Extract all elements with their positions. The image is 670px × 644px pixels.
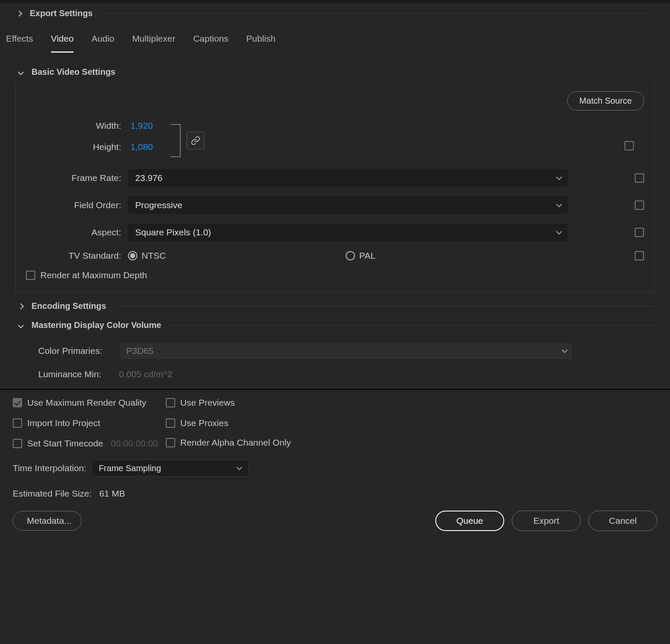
bottom-panel: Use Maximum Render Quality Use Previews … [0,389,670,541]
color-primaries-dropdown[interactable]: P3D65 [119,342,573,360]
tab-multiplexer[interactable]: Multiplexer [132,23,176,53]
aspect-label: Aspect: [26,227,128,237]
color-primaries-label: Color Primaries: [26,346,119,356]
field-order-match-checkbox[interactable] [635,201,644,210]
tab-publish[interactable]: Publish [246,23,275,53]
render-alpha-row[interactable]: Render Alpha Channel Only [166,437,319,449]
field-order-label: Field Order: [26,200,128,210]
luminance-min-label: Luminance Min: [26,369,119,379]
render-max-depth-row[interactable]: Render at Maximum Depth [26,270,644,280]
encoding-settings-header[interactable]: Encoding Settings [15,298,655,317]
height-value[interactable]: 1,080 [128,142,153,152]
set-start-timecode-checkbox[interactable] [13,439,22,448]
metadata-button[interactable]: Metadata... [13,511,82,531]
basic-video-title: Basic Video Settings [31,67,115,77]
use-previews-checkbox[interactable] [166,398,175,407]
mastering-box: Color Primaries: P3D65 Luminance Min: 0.… [15,336,655,379]
mastering-header[interactable]: Mastering Display Color Volume [15,317,655,336]
wh-match-checkbox[interactable] [625,141,634,150]
aspect-match-checkbox[interactable] [635,228,644,237]
frame-rate-dropdown[interactable]: 23.976 [128,169,568,187]
basic-video-header[interactable]: Basic Video Settings [15,64,655,83]
tab-video[interactable]: Video [51,23,74,53]
width-label: Width: [26,121,128,131]
render-alpha-checkbox[interactable] [166,438,175,447]
radio-selected-icon [128,251,137,260]
timecode-value: 00:00:00:00 [111,438,158,449]
use-proxies-checkbox[interactable] [166,418,175,428]
queue-button[interactable]: Queue [435,511,504,531]
use-max-render-checkbox[interactable] [13,398,22,407]
import-into-project-checkbox[interactable] [13,418,22,428]
tv-standard-match-checkbox[interactable] [635,251,644,260]
tv-standard-label: TV Standard: [26,251,128,261]
chevron-down-icon [556,174,562,180]
match-source-button[interactable]: Match Source [567,91,644,110]
tabs-bar: Effects Video Audio Multiplexer Captions… [0,23,670,53]
chevron-down-icon [556,201,562,207]
chevron-down-icon [18,69,24,75]
frame-rate-match-checkbox[interactable] [635,173,644,183]
import-into-project-row[interactable]: Import Into Project [13,418,166,428]
frame-rate-label: Frame Rate: [26,173,128,183]
time-interp-dropdown[interactable]: Frame Sampling [91,460,249,477]
render-max-depth-checkbox[interactable] [26,271,35,280]
tv-ntsc-radio[interactable]: NTSC [128,251,346,261]
export-settings-title: Export Settings [30,8,93,18]
chevron-down-icon [556,229,562,234]
link-bracket [170,124,181,157]
time-interp-label: Time Interpolation: [13,463,86,473]
mastering-title: Mastering Display Color Volume [31,320,161,330]
export-button[interactable]: Export [512,511,581,531]
cancel-button[interactable]: Cancel [588,511,657,531]
est-file-size-value: 61 MB [99,489,125,499]
radio-icon [346,251,355,260]
tv-pal-radio[interactable]: PAL [346,251,375,261]
basic-video-box: Match Source Width: 1,920 Height: 1,080 … [15,83,655,293]
est-file-size-label: Estimated File Size: [13,489,92,499]
tab-captions[interactable]: Captions [193,23,228,53]
luminance-min-value: 0.005 cd/m^2 [119,369,172,379]
set-start-timecode-row[interactable]: Set Start Timecode 00:00:00:00 [13,438,166,449]
chevron-down-icon [18,322,24,328]
link-dimensions-button[interactable] [187,132,204,150]
encoding-settings-title: Encoding Settings [31,301,106,311]
chevron-down-icon [236,464,242,470]
use-proxies-row[interactable]: Use Proxies [166,418,319,428]
aspect-dropdown[interactable]: Square Pixels (1.0) [128,223,568,241]
width-value[interactable]: 1,920 [128,121,153,131]
export-settings-header[interactable]: Export Settings [0,3,670,23]
chevron-right-icon [18,303,24,309]
chevron-down-icon [562,347,568,353]
tab-effects[interactable]: Effects [6,23,33,53]
field-order-dropdown[interactable]: Progressive [128,196,568,214]
height-label: Height: [26,142,128,152]
use-previews-row[interactable]: Use Previews [166,398,319,408]
chevron-right-icon [16,10,22,16]
tab-audio[interactable]: Audio [91,23,114,53]
link-icon [191,136,200,145]
use-max-render-row[interactable]: Use Maximum Render Quality [13,398,166,408]
